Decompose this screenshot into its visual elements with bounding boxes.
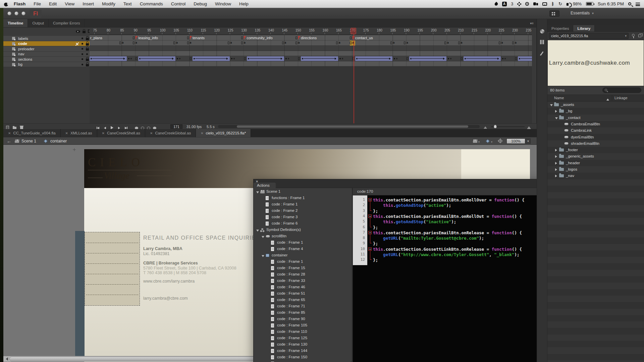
chevron-down-icon[interactable] (256, 230, 259, 233)
library-item-dyerEmailBtn[interactable]: dyerEmailBtn (547, 134, 644, 140)
brush-panel-icon[interactable] (540, 51, 544, 55)
scrollbar-thumb[interactable] (237, 125, 468, 128)
close-tab-icon[interactable]: ✕ (102, 131, 105, 135)
layer-row-code[interactable]: code (3, 41, 90, 47)
chevron-right-icon[interactable] (555, 175, 558, 177)
close-tab-icon[interactable]: ✕ (8, 131, 11, 135)
airplay-icon[interactable] (542, 2, 547, 6)
tree-item-functions---Frame-1[interactable]: functions : Frame 1 (254, 195, 346, 201)
script-tab[interactable]: code:170 (357, 189, 373, 193)
frames-row-nav[interactable] (90, 51, 532, 56)
layer-row-sections[interactable]: sections (3, 57, 90, 62)
layer-row-nav[interactable]: nav (3, 52, 90, 57)
close-tab-icon[interactable]: ✕ (150, 131, 153, 135)
menu-text[interactable]: Text (119, 0, 136, 8)
frame-rate-value[interactable]: 31.00 fps (186, 125, 202, 129)
bluetooth-icon[interactable]: ᛒ (551, 1, 554, 6)
doc-tab-XMLLoad-as[interactable]: ✕XMLLoad.as (61, 129, 97, 137)
back-arrow-icon[interactable]: ← (7, 138, 11, 144)
symbol-breadcrumb[interactable]: container (50, 139, 67, 143)
workspace-switcher-button[interactable] (549, 10, 559, 17)
menu-debug[interactable]: Debug (190, 0, 211, 8)
layer-row-preloader[interactable]: preloader (3, 46, 90, 52)
layer-row-bg[interactable]: bg (3, 62, 90, 67)
tree-item-code---Frame-150[interactable]: code : Frame 150 (254, 354, 346, 361)
tree-item-code---Frame-1[interactable]: code : Frame 1 (254, 201, 346, 208)
code-fold-icon[interactable] (368, 198, 372, 201)
volume-icon[interactable] (567, 3, 569, 6)
library-document-dropdown[interactable]: cielo_v019_052215.fla (549, 33, 629, 39)
tree-item-code---Frame-144[interactable]: code : Frame 144 (254, 348, 346, 354)
menu-insert[interactable]: Insert (78, 0, 98, 8)
notification-center-icon[interactable] (636, 3, 640, 6)
code-fold-icon[interactable] (368, 215, 372, 218)
chevron-down-icon[interactable] (256, 191, 259, 195)
center-stage-button[interactable] (498, 139, 502, 143)
menu-control[interactable]: Control (167, 0, 190, 8)
current-frame-field[interactable]: 171 (170, 124, 182, 129)
library-item--bg[interactable]: _bg (547, 108, 644, 114)
playhead-line[interactable] (354, 34, 354, 123)
library-item-CambraEmailBtn[interactable]: CambraEmailBtn (547, 121, 644, 127)
color-panel-icon[interactable] (540, 29, 544, 34)
layer-visible-dot[interactable] (82, 38, 83, 39)
layer-lock-icon[interactable] (86, 64, 89, 66)
close-tab-icon[interactable]: ✕ (65, 131, 68, 135)
frames-row-preloader[interactable] (90, 46, 532, 51)
library-item--assets[interactable]: _assets (547, 102, 644, 108)
frame-ruler[interactable]: 7580859095100105110115120125130135140145… (90, 27, 532, 35)
zoom-in-icon[interactable] (527, 124, 531, 129)
tree-item-code---Frame-51[interactable]: code : Frame 51 (254, 291, 346, 297)
workspace-selector[interactable]: Essentials (571, 11, 594, 15)
stage-zoom-dropdown[interactable]: ▼ (526, 138, 531, 144)
tree-item-code---Frame-105[interactable]: code : Frame 105 (254, 322, 346, 329)
layer-unlocked-dot[interactable] (86, 53, 88, 55)
panel-menu-icon[interactable]: ▾≡ (530, 21, 534, 25)
layer-visible-dot[interactable] (82, 58, 83, 60)
minimize-window-button[interactable] (14, 11, 18, 15)
doc-tab-CaneCreekGlobal-as[interactable]: ✕CaneCreekGlobal.as (145, 129, 196, 137)
menubar-clock[interactable]: Sun 6:35 PM (598, 1, 624, 6)
tree-item-code---Frame-85[interactable]: code : Frame 85 (254, 310, 346, 316)
zoom-knob[interactable] (494, 125, 497, 128)
delivery-icon[interactable] (533, 2, 538, 5)
chevron-down-icon[interactable] (262, 236, 264, 239)
actions-panel-header[interactable]: ✕ Actions (254, 179, 546, 188)
edit-scene-button[interactable] (473, 139, 477, 143)
show-hide-all-icon[interactable] (76, 30, 80, 33)
tree-item-code---Frame-33[interactable]: code : Frame 33 (254, 278, 346, 284)
library-item--generic-assets[interactable]: _generic_assets (547, 153, 644, 160)
layer-visible-dot[interactable] (82, 48, 83, 50)
library-item-shraderEmailBtn[interactable]: shraderEmailBtn (547, 140, 644, 147)
tab-compiler-errors[interactable]: Compiler Errors (49, 19, 85, 27)
chevron-down-icon[interactable] (550, 104, 553, 108)
library-search-field[interactable] (602, 87, 641, 93)
zoom-window-button[interactable] (21, 11, 25, 15)
layer-lock-icon[interactable] (86, 43, 89, 46)
doc-tab-cielo-v019-052215-fla-[interactable]: ✕cielo_v019_052215.fla* (196, 129, 251, 137)
tree-item-code---Frame-130[interactable]: code : Frame 130 (254, 342, 346, 348)
frames-row-sections[interactable] (90, 56, 532, 61)
timeline-zoom-control[interactable] (484, 125, 534, 128)
tree-item-code---Frame-110[interactable]: code : Frame 110 (254, 329, 346, 335)
library-item--footer[interactable]: _footer (547, 147, 644, 153)
close-tab-icon[interactable]: ✕ (201, 131, 203, 135)
playhead-cap[interactable] (351, 28, 356, 34)
frames-row-code[interactable]: aaaaaaaaaaaaaaaa (90, 41, 532, 46)
menu-help[interactable]: Help (235, 0, 253, 8)
tree-item-code---Frame-90[interactable]: code : Frame 90 (254, 316, 346, 322)
tree-item-Symbol-Definition-s-[interactable]: Symbol Definition(s) (254, 227, 346, 233)
tree-item-code---Frame-15[interactable]: code : Frame 15 (254, 265, 346, 272)
tree-item-code---Frame-28[interactable]: code : Frame 28 (254, 272, 346, 278)
tree-item-scrollBtn[interactable]: scrollBtn (254, 233, 346, 240)
layer-lock-icon[interactable] (86, 38, 89, 40)
swatches-panel-icon[interactable] (540, 40, 544, 44)
tree-item-code---Frame-125[interactable]: code : Frame 125 (254, 335, 346, 342)
doc-tab-CaneCreekShell-as[interactable]: ✕CaneCreekShell.as (97, 129, 145, 137)
adobe-app-icon[interactable]: A (502, 2, 507, 6)
apple-menu-icon[interactable] (4, 2, 8, 6)
tree-item-code---Frame-3[interactable]: code : Frame 3 (254, 214, 346, 221)
tab-timeline[interactable]: Timeline (3, 19, 28, 27)
tree-item-code---Frame-1[interactable]: code : Frame 1 (254, 240, 346, 246)
zoom-out-icon[interactable] (484, 125, 487, 129)
